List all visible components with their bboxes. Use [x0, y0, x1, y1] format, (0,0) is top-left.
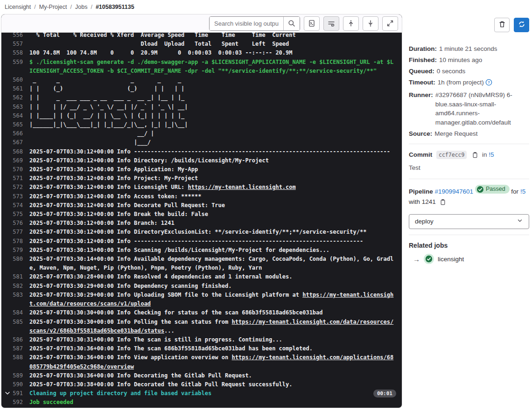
scroll-to-top-button[interactable]	[343, 16, 359, 31]
pipeline-label: Pipeline	[409, 188, 433, 195]
log-line-number[interactable]: 584	[13, 308, 29, 317]
log-line-text: | | | |/ __/ _ \ '_ \/ __| |/ _` | '_ \|…	[29, 103, 402, 111]
log-line-number[interactable]: 565	[13, 120, 29, 129]
log-line-number[interactable]: 583	[13, 291, 29, 308]
log-url-link[interactable]: https://my-tenant.licensight.com/applica…	[29, 354, 393, 369]
log-line-number[interactable]: 569	[13, 156, 29, 165]
divider	[409, 235, 529, 235]
log-line-number[interactable]: 586	[13, 335, 29, 344]
detail-label: Finished:	[409, 56, 437, 65]
job-sidebar: Duration:1 minute 21 secondsFinished:10 …	[409, 14, 529, 263]
scroll-bottom-icon	[367, 20, 374, 27]
log-line-number[interactable]: 561	[13, 84, 29, 93]
log-line-number[interactable]: 557	[13, 40, 29, 49]
log-line-number[interactable]: 588	[13, 353, 29, 371]
breadcrumb-separator: /	[91, 4, 92, 10]
log-line: 5702025-07-07T03:30:12+00:00 Info Applic…	[1, 165, 402, 174]
job-detail-row: Source:Merge Request	[409, 129, 529, 139]
show-raw-log-button[interactable]	[304, 16, 320, 31]
fullscreen-button[interactable]	[382, 16, 398, 31]
breadcrumb-link[interactable]: Jobs	[75, 4, 87, 10]
log-line: 5712025-07-07T03:30:12+00:00 Info Projec…	[1, 174, 402, 183]
stage-dropdown[interactable]: deploy	[409, 214, 529, 229]
log-line-text: 2025-07-07T03:30:31+00:00 Info The scan …	[29, 335, 402, 344]
log-line-number[interactable]: 582	[13, 282, 29, 291]
log-line-number[interactable]: 576	[13, 219, 29, 228]
log-line-text: Job succeeded	[29, 398, 402, 407]
log-line-text: Cleaning up project directory and file b…	[29, 389, 402, 398]
related-job-name[interactable]: licensight	[438, 256, 464, 263]
log-line-number[interactable]: 573	[13, 192, 29, 201]
log-line-number[interactable]: 574	[13, 201, 29, 210]
pipeline-for-label: for	[511, 188, 518, 195]
log-line-number[interactable]: 568	[13, 147, 29, 156]
log-line-number[interactable]: 567	[13, 138, 29, 147]
detail-label: Queued:	[409, 67, 434, 76]
log-line-text: 2025-07-07T03:30:28+00:00 Info Resolved …	[29, 272, 402, 281]
log-toolbar	[1, 14, 402, 33]
log-line-number[interactable]: 580	[13, 255, 29, 272]
log-line-number[interactable]: 564	[13, 111, 29, 120]
retry-job-button[interactable]	[514, 18, 529, 32]
log-line-number[interactable]: 572	[13, 183, 29, 192]
detail-value: #32976687 (nN8vMRS9) 6-blue.saas-linux-s…	[435, 91, 529, 127]
search-button[interactable]	[283, 17, 300, 30]
copy-ref-icon[interactable]	[440, 198, 446, 209]
related-job-item[interactable]: →licensight	[409, 255, 529, 263]
scroll-to-bottom-button[interactable]	[363, 16, 378, 31]
log-line-number[interactable]: 563	[13, 103, 29, 111]
log-line-text: 2025-07-07T03:30:12+00:00 Info Branch: 1…	[29, 219, 402, 228]
stage-dropdown-value: deploy	[415, 218, 434, 225]
log-line-number[interactable]: 585	[13, 318, 29, 335]
log-line-number[interactable]: 562	[13, 93, 29, 102]
log-line-number[interactable]: 556	[13, 33, 29, 40]
pipeline-id-link[interactable]: #1909947601	[435, 188, 474, 195]
log-line-text: 2025-07-07T03:30:12+00:00 Info Directory…	[29, 156, 402, 165]
log-line: 558100 74.8M 100 74.8M 0 0 20.9M 0 0:00:…	[1, 49, 402, 57]
log-line-number[interactable]: 592	[13, 398, 29, 407]
log-line-number[interactable]: 591	[13, 389, 29, 398]
log-line-number[interactable]: 570	[13, 165, 29, 174]
log-line: 592Job succeeded	[1, 398, 402, 407]
pipeline-mr-link[interactable]: !5	[520, 188, 525, 195]
commit-sha[interactable]: ccf7ecc9	[436, 151, 467, 159]
job-detail-row: Runner:#32976687 (nN8vMRS9) 6-blue.saas-…	[409, 91, 529, 127]
log-line: 561| | (_) (_) | | | |	[1, 84, 402, 93]
log-line-number[interactable]: 589	[13, 371, 29, 380]
log-line-text: 2025-07-07T03:30:12+00:00 Info Decorate …	[29, 201, 402, 210]
job-detail-row: Queued:0 seconds	[409, 67, 529, 76]
log-line: 5852025-07-07T03:30:30+00:00 Info Pollin…	[1, 318, 402, 335]
log-line-number[interactable]: 575	[13, 210, 29, 219]
wrap-lines-button[interactable]	[323, 16, 339, 31]
log-url-link[interactable]: https://my-tenant.licensight.com	[188, 184, 296, 190]
log-line: 560 _ _ _ _ _	[1, 76, 402, 84]
log-line-number[interactable]: 578	[13, 237, 29, 246]
log-url-link[interactable]: https://my-tenant.licensight.com/data/re…	[29, 319, 393, 334]
log-line-text: 2025-07-07T03:30:12+00:00 Info Licensigh…	[29, 183, 402, 192]
log-line-number[interactable]: 579	[13, 246, 29, 255]
log-line-number[interactable]: 581	[13, 272, 29, 281]
log-line-number[interactable]: 566	[13, 129, 29, 138]
pipeline-with-label: with	[409, 198, 420, 205]
log-line-number[interactable]: 560	[13, 76, 29, 84]
log-line-number[interactable]: 590	[13, 380, 29, 389]
help-icon[interactable]: ?	[485, 79, 492, 89]
log-line: 565|______|_|\___\___|_| |_|___/_|\__, |…	[1, 120, 402, 129]
breadcrumb-link[interactable]: Licensight	[5, 4, 31, 10]
erase-job-log-button[interactable]	[494, 18, 510, 32]
log-line: 567 |___/	[1, 138, 402, 147]
commit-mr-link[interactable]: !5	[489, 151, 494, 158]
breadcrumb-link[interactable]: My-Project	[39, 4, 67, 10]
check-circle-icon	[476, 186, 484, 193]
pipeline-status-badge[interactable]: Passed	[475, 185, 510, 194]
log-line-number[interactable]: 558	[13, 49, 29, 57]
copy-commit-sha-icon[interactable]	[472, 151, 478, 161]
log-url-link[interactable]: https://my-tenant.licensight.com/data/re…	[29, 292, 393, 307]
log-line-number[interactable]: 577	[13, 228, 29, 237]
log-line-number[interactable]: 559	[13, 58, 29, 76]
log-line-number[interactable]: 587	[13, 344, 29, 353]
log-line-number[interactable]: 571	[13, 174, 29, 183]
commit-in-label: in	[482, 151, 487, 158]
log-line: 5902025-07-07T03:30:38+00:00 Info Decora…	[1, 380, 402, 389]
search-input[interactable]	[210, 17, 283, 30]
